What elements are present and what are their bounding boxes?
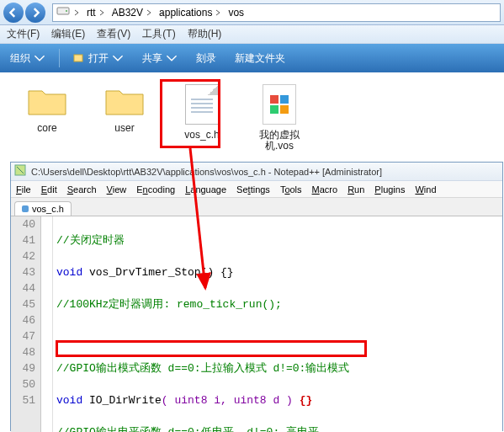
file-label: core bbox=[37, 123, 56, 134]
notepad-titlebar[interactable]: C:\Users\dell\Desktop\rtt\AB32V\applicat… bbox=[11, 163, 502, 181]
notepad-title-text: C:\Users\dell\Desktop\rtt\AB32V\applicat… bbox=[31, 167, 382, 177]
crumb-sep bbox=[70, 9, 83, 16]
npp-menu-encoding[interactable]: Encoding bbox=[136, 184, 175, 195]
highlight-box-file bbox=[160, 79, 220, 148]
crumb-item[interactable]: vos bbox=[225, 7, 247, 19]
menu-file[interactable]: 文件(F) bbox=[7, 27, 40, 41]
file-myvm-vos[interactable]: 我的虚拟机.vos bbox=[254, 84, 305, 152]
file-label: 我的虚拟机.vos bbox=[254, 130, 305, 152]
chevron-down-icon bbox=[166, 52, 178, 64]
npp-menu-view[interactable]: View bbox=[107, 184, 127, 195]
folder-user[interactable]: user bbox=[99, 84, 150, 134]
folder-core[interactable]: core bbox=[22, 84, 72, 134]
npp-menu-search[interactable]: Search bbox=[67, 184, 97, 195]
npp-menu-settings[interactable]: Settings bbox=[236, 184, 270, 195]
file-pane: core user vos_c.h 我的虚拟机.vos bbox=[0, 72, 504, 173]
crumb-item[interactable]: AB32V bbox=[109, 7, 156, 19]
nav-back-button[interactable] bbox=[3, 3, 24, 23]
chevron-down-icon bbox=[112, 52, 124, 64]
file-label: user bbox=[114, 123, 134, 134]
notepad-tabbar: vos_c.h bbox=[11, 198, 502, 216]
nav-forward-button[interactable] bbox=[25, 3, 45, 23]
notepad-tab-active[interactable]: vos_c.h bbox=[14, 201, 72, 216]
drive-icon bbox=[56, 4, 70, 20]
toolbar-separator bbox=[59, 49, 60, 67]
highlight-box-line47 bbox=[56, 340, 367, 357]
menu-edit[interactable]: 编辑(E) bbox=[51, 27, 85, 41]
code-editor[interactable]: 40 41 42 43 44 45 46 47 48 49 50 51 //关闭… bbox=[11, 216, 502, 432]
explorer-toolbar: 组织 打开 共享 刻录 新建文件夹 bbox=[0, 44, 504, 72]
open-icon bbox=[73, 52, 85, 64]
tab-state-icon bbox=[22, 205, 29, 212]
crumb-item[interactable]: applications bbox=[156, 7, 225, 19]
npp-menu-tools[interactable]: Tools bbox=[280, 184, 302, 195]
npp-menu-file[interactable]: File bbox=[16, 184, 31, 195]
classic-menu: 文件(F) 编辑(E) 查看(V) 工具(T) 帮助(H) bbox=[0, 25, 504, 44]
folder-icon bbox=[104, 84, 145, 118]
breadcrumb[interactable]: rtt AB32V applications vos bbox=[52, 3, 501, 22]
code-content[interactable]: //关闭定时器 void vos_DrvTimer_Stop() {} //10… bbox=[53, 216, 502, 432]
menu-help[interactable]: 帮助(H) bbox=[188, 27, 222, 41]
npp-menu-edit[interactable]: Edit bbox=[41, 184, 57, 195]
npp-menu-plugins[interactable]: Plugins bbox=[374, 184, 405, 195]
organize-button[interactable]: 组织 bbox=[5, 50, 50, 67]
burn-button[interactable]: 刻录 bbox=[191, 50, 221, 67]
folder-icon bbox=[27, 84, 67, 118]
open-button[interactable]: 打开 bbox=[68, 50, 129, 67]
svg-rect-2 bbox=[74, 55, 82, 61]
menu-tools[interactable]: 工具(T) bbox=[142, 27, 175, 41]
share-button[interactable]: 共享 bbox=[137, 50, 183, 67]
line-gutter: 40 41 42 43 44 45 46 47 48 49 50 51 bbox=[11, 216, 41, 432]
notepad-menubar: File Edit Search View Encoding Language … bbox=[11, 181, 502, 198]
npp-menu-window[interactable]: Wind bbox=[415, 184, 436, 195]
crumb-item[interactable]: rtt bbox=[83, 7, 109, 19]
npp-menu-language[interactable]: Language bbox=[185, 184, 226, 195]
newfolder-button[interactable]: 新建文件夹 bbox=[230, 50, 290, 67]
address-bar: rtt AB32V applications vos bbox=[0, 0, 504, 25]
npp-menu-run[interactable]: Run bbox=[347, 184, 364, 195]
menu-view[interactable]: 查看(V) bbox=[97, 27, 130, 41]
npp-menu-macro[interactable]: Macro bbox=[312, 184, 338, 195]
notepad-app-icon bbox=[14, 164, 26, 179]
svg-point-1 bbox=[66, 10, 67, 12]
chevron-down-icon bbox=[34, 52, 45, 64]
vos-icon bbox=[263, 84, 296, 125]
fold-column bbox=[41, 216, 53, 432]
tab-label: vos_c.h bbox=[32, 204, 64, 214]
notepad-window: C:\Users\dell\Desktop\rtt\AB32V\applicat… bbox=[10, 162, 503, 431]
